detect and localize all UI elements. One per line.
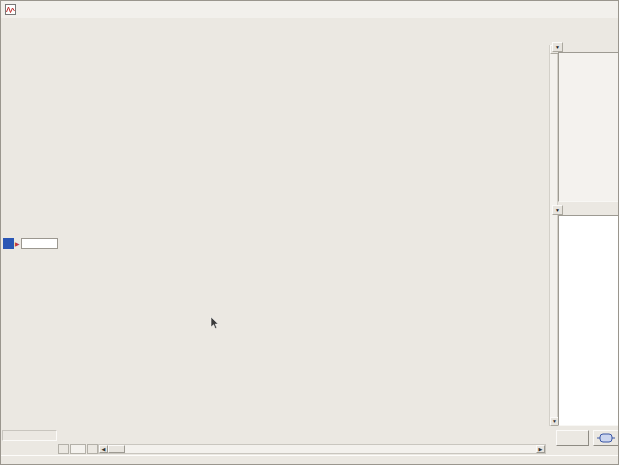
block-dropdown-icon[interactable]: ▼ <box>552 205 563 215</box>
channel-level-arrow-icon: ▶ <box>15 240 20 247</box>
adc-device-button[interactable] <box>593 430 619 446</box>
powergraph-window: ▶ ▲ ▼ ▼ ▼ ◀ ▶ <box>0 0 619 465</box>
main-toolbar <box>1 29 619 41</box>
zoom-out-button[interactable] <box>58 444 69 454</box>
status-bar <box>1 455 619 465</box>
navigation-row: ◀ ▶ <box>1 444 549 455</box>
zoom-in-button[interactable] <box>87 444 98 454</box>
mouse-cursor <box>210 317 219 330</box>
x-position-readout <box>2 430 57 441</box>
adc-device-icon <box>597 433 615 443</box>
app-icon <box>5 4 16 15</box>
plot-region <box>31 53 549 444</box>
frequency-header: ▼ <box>552 41 619 52</box>
scroll-left-icon[interactable]: ◀ <box>99 445 108 453</box>
horizontal-scrollbar[interactable]: ◀ ▶ <box>98 444 546 454</box>
waveform-plot-area[interactable] <box>63 53 549 426</box>
start-button[interactable] <box>556 430 589 446</box>
channel-toolbar <box>1 41 331 53</box>
vertical-scrollbar[interactable]: ▲ ▼ <box>549 45 558 426</box>
horizontal-scroll-thumb[interactable] <box>108 445 125 453</box>
channel-marker: ▶ <box>3 238 58 249</box>
block-selector-header: ▼ <box>552 204 619 215</box>
scroll-right-icon[interactable]: ▶ <box>536 445 545 453</box>
channel-scale-value[interactable] <box>21 238 58 249</box>
channel-number-badge[interactable] <box>3 238 14 249</box>
block-info-panel <box>558 52 619 202</box>
frequency-dropdown-icon[interactable]: ▼ <box>552 42 563 52</box>
zoom-ratio-label <box>70 444 86 454</box>
block-list <box>558 215 619 426</box>
menu-bar <box>1 18 619 29</box>
title-bar <box>1 1 619 18</box>
